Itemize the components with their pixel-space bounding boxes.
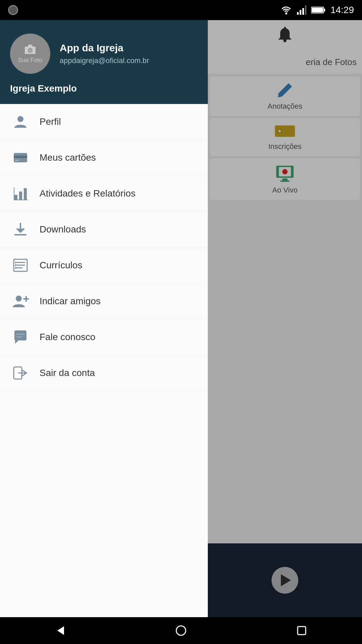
navigation-drawer: Sua Foto App da Igreja appdaigreja@ofici… [0,20,208,617]
home-button[interactable] [171,621,191,641]
status-time: 14:29 [330,5,354,15]
bar-chart-icon [12,185,29,202]
menu-item-downloads[interactable]: Downloads [0,212,208,248]
svg-rect-28 [14,200,28,200]
menu-label-cartoes: Meus cartões [40,152,96,163]
status-left [8,5,18,15]
svg-rect-32 [16,262,25,263]
profile-email: appdaigreja@oficial.com.br [60,56,149,65]
svg-point-19 [28,49,32,52]
camera-dot [8,5,18,15]
avatar[interactable]: Sua Foto [10,34,50,74]
svg-rect-24 [14,195,17,200]
svg-rect-25 [19,192,22,200]
exit-icon [12,365,29,381]
person-icon [12,113,29,130]
camera-icon [23,44,37,55]
svg-marker-45 [57,626,64,635]
sua-foto-label: Sua Foto [18,57,42,64]
status-right: 14:29 [280,5,354,15]
svg-rect-41 [16,334,24,335]
menu-item-fale-conosco[interactable]: Fale conosco [0,319,208,355]
wifi-icon [280,5,292,15]
profile-info: App da Igreja appdaigreja@oficial.com.br [60,42,149,65]
drawer-menu: Perfil Meus cartões [0,104,208,617]
svg-rect-4 [305,5,306,15]
svg-rect-47 [298,627,306,635]
menu-label-sair: Sair da conta [40,368,95,378]
svg-point-0 [285,12,287,14]
svg-rect-6 [324,9,325,11]
svg-rect-1 [297,12,299,15]
menu-label-perfil: Perfil [40,116,61,127]
signal-icon [297,5,306,15]
svg-rect-36 [15,264,16,266]
svg-point-38 [16,296,22,302]
church-name: Igreja Exemplo [10,83,77,94]
back-button[interactable] [50,621,70,641]
menu-label-curriculos: Currículos [40,260,82,271]
svg-rect-34 [16,267,22,268]
recent-button[interactable] [292,621,312,641]
card-icon [12,149,29,166]
menu-item-meus-cartoes[interactable]: Meus cartões [0,140,208,176]
svg-rect-37 [15,267,16,269]
svg-rect-22 [14,156,27,158]
svg-rect-42 [16,336,22,337]
menu-item-sair[interactable]: Sair da conta [0,355,208,391]
menu-label-downloads: Downloads [40,224,86,235]
add-person-icon [12,293,29,310]
svg-rect-23 [15,160,19,161]
menu-item-indicar-amigos[interactable]: Indicar amigos [0,283,208,319]
svg-rect-30 [14,234,26,235]
menu-item-perfil[interactable]: Perfil [0,104,208,140]
status-bar: 14:29 [0,0,362,20]
svg-point-46 [176,626,186,635]
svg-rect-27 [14,187,14,200]
bottom-nav [0,617,362,644]
menu-item-atividades[interactable]: Atividades e Relatórios [0,176,208,212]
chat-icon [12,329,29,345]
menu-label-fale: Fale conosco [40,332,96,342]
svg-rect-33 [16,265,25,266]
download-icon [12,221,29,238]
menu-item-curriculos[interactable]: Currículos [0,248,208,283]
drawer-header: Sua Foto App da Igreja appdaigreja@ofici… [0,20,208,104]
svg-rect-7 [312,8,323,12]
svg-point-20 [17,116,23,122]
profile-row: Sua Foto App da Igreja appdaigreja@ofici… [10,34,198,74]
profile-name: App da Igreja [60,42,149,54]
list-icon [12,257,29,274]
battery-icon [311,6,326,14]
menu-label-atividades: Atividades e Relatórios [40,188,135,199]
svg-rect-26 [24,188,27,200]
svg-rect-3 [302,8,304,15]
menu-label-indicar: Indicar amigos [40,296,101,307]
svg-rect-2 [300,10,301,15]
svg-rect-35 [15,262,16,263]
